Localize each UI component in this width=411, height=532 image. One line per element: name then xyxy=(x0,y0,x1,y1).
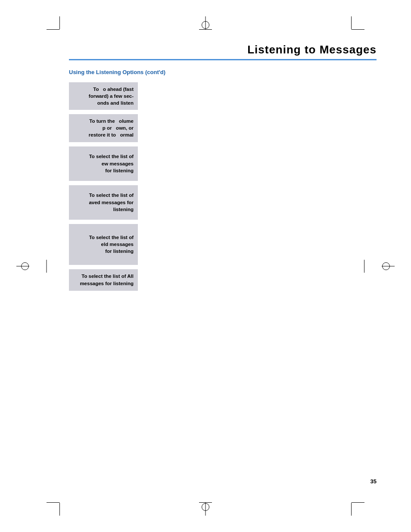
crop-mark-ct-h xyxy=(199,29,212,30)
instruction-row-5: To select the list of eld messages for l… xyxy=(69,224,377,265)
content-area-4 xyxy=(138,185,377,220)
content-area-5 xyxy=(138,224,377,265)
crop-mark-tl-v xyxy=(59,16,60,29)
label-box-1: To o ahead (fastforward) a few sec-onds … xyxy=(69,82,138,110)
page-title: Listening to Messages xyxy=(69,43,377,60)
content-area-1 xyxy=(138,82,377,110)
label-box-3: To select the list of ew messages for li… xyxy=(69,146,138,181)
crop-mark-ml-v xyxy=(47,260,47,273)
instruction-row-1: To o ahead (fastforward) a few sec-onds … xyxy=(69,82,377,110)
instruction-row-2: To turn the olume p or own, orrestore it… xyxy=(69,114,377,142)
label-box-2: To turn the olume p or own, orrestore it… xyxy=(69,114,138,142)
crop-mark-tr-h xyxy=(352,29,364,30)
crop-mark-bl-h xyxy=(47,502,59,503)
instruction-row-6: To select the list of Allmessages for li… xyxy=(69,269,377,291)
section-heading: Using the Listening Options (cont'd) xyxy=(69,69,377,75)
crop-mark-tl-h xyxy=(47,29,59,30)
crop-mark-ml-circle xyxy=(21,262,29,270)
label-box-6: To select the list of Allmessages for li… xyxy=(69,269,138,291)
crop-mark-ct-circle xyxy=(202,21,209,29)
crop-mark-br-v xyxy=(351,503,352,516)
content-area-3 xyxy=(138,146,377,181)
crop-mark-br-h xyxy=(352,502,364,503)
page-number: 35 xyxy=(371,478,377,485)
page-content: Listening to Messages Using the Listenin… xyxy=(69,43,377,489)
label-box-4: To select the list ofaved messages for l… xyxy=(69,185,138,220)
crop-mark-bl-v xyxy=(59,503,60,516)
crop-mark-tr-v xyxy=(351,16,352,29)
content-area-6 xyxy=(138,269,377,291)
instructions-area: To o ahead (fastforward) a few sec-onds … xyxy=(69,82,377,291)
label-box-5: To select the list of eld messages for l… xyxy=(69,224,138,265)
content-area-2 xyxy=(138,114,377,142)
instruction-row-4: To select the list ofaved messages for l… xyxy=(69,185,377,220)
crop-mark-mr-circle xyxy=(382,262,390,270)
instruction-row-3: To select the list of ew messages for li… xyxy=(69,146,377,181)
crop-mark-cb-circle xyxy=(202,503,209,511)
